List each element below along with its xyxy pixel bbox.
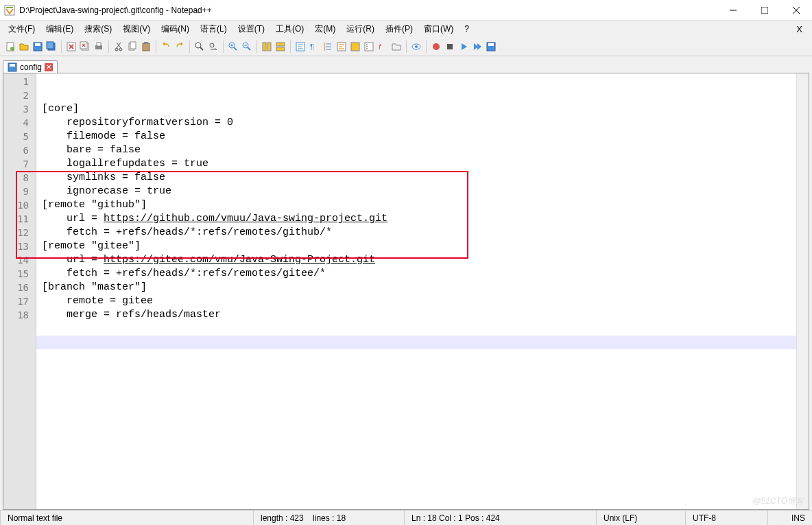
menu-settings[interactable]: 设置(T): [232, 22, 270, 36]
code-line[interactable]: url = https://gitee.com/vmu/Java-Swing-P…: [36, 253, 796, 267]
code-line[interactable]: ignorecase = true: [36, 185, 796, 198]
line-number: 16: [3, 281, 36, 294]
save-all-icon[interactable]: [45, 40, 58, 53]
code-line[interactable]: [36, 336, 796, 349]
stop-macro-icon[interactable]: [444, 40, 456, 53]
menu-macro[interactable]: 宏(M): [309, 22, 341, 36]
record-macro-icon[interactable]: [430, 40, 442, 53]
save-macro-icon[interactable]: [485, 40, 497, 53]
svg-text:f: f: [379, 43, 381, 51]
svg-rect-41: [276, 47, 285, 51]
line-number: 15: [3, 267, 36, 281]
svg-rect-19: [97, 43, 101, 46]
svg-rect-26: [143, 43, 150, 51]
menu-file[interactable]: 文件(F): [3, 22, 40, 36]
paste-icon[interactable]: [140, 40, 152, 53]
zoom-out-icon[interactable]: [241, 40, 253, 53]
wordwrap-icon[interactable]: [294, 40, 307, 53]
code-line[interactable]: [remote "github"]: [36, 198, 796, 212]
menu-close-x[interactable]: X: [789, 23, 809, 36]
code-line[interactable]: remote = gitee: [36, 294, 796, 308]
code-line[interactable]: url = https://github.com/vmuu/Java-swing…: [36, 212, 796, 226]
line-number: 10: [3, 198, 36, 212]
minimize-button[interactable]: [717, 0, 749, 20]
status-encoding[interactable]: UTF-8: [686, 511, 768, 525]
status-bar: Normal text file length : 423 lines : 18…: [0, 510, 812, 525]
svg-rect-8: [35, 43, 40, 46]
code-line[interactable]: logallrefupdates = true: [36, 157, 796, 171]
svg-line-29: [200, 47, 203, 50]
menu-encoding[interactable]: 编码(N): [156, 22, 195, 36]
code-line[interactable]: fetch = +refs/heads/*:refs/remotes/gitee…: [36, 267, 796, 281]
menu-help[interactable]: ?: [459, 23, 475, 35]
menu-edit[interactable]: 编辑(E): [40, 22, 79, 36]
code-line[interactable]: [remote "gitee"]: [36, 240, 796, 253]
code-line[interactable]: repositoryformatversion = 0: [36, 116, 796, 130]
menu-window[interactable]: 窗口(W): [418, 22, 459, 36]
code-line[interactable]: merge = refs/heads/master: [36, 308, 796, 322]
save-icon[interactable]: [32, 40, 44, 53]
menu-search[interactable]: 搜索(S): [79, 22, 117, 36]
code-line[interactable]: bare = false: [36, 143, 796, 157]
play-macro-icon[interactable]: [457, 40, 470, 53]
code-line[interactable]: fetch = +refs/heads/*:refs/remotes/githu…: [36, 226, 796, 240]
vertical-scrollbar[interactable]: [796, 73, 809, 509]
indent-guide-icon[interactable]: [322, 40, 334, 53]
sync-v-icon[interactable]: [261, 40, 273, 53]
svg-rect-39: [267, 43, 271, 51]
code-area[interactable]: [core] repositoryformatversion = 0 filem…: [36, 73, 796, 509]
cut-icon[interactable]: [112, 40, 125, 53]
line-number: 4: [3, 116, 36, 130]
open-file-icon[interactable]: [18, 40, 30, 53]
doc-map-icon[interactable]: [349, 40, 361, 53]
sync-h-icon[interactable]: [274, 40, 287, 53]
status-position: Ln : 18 Col : 1 Pos : 424: [405, 511, 597, 525]
menu-run[interactable]: 运行(R): [341, 22, 380, 36]
folder-as-workspace-icon[interactable]: [390, 40, 403, 53]
menu-view[interactable]: 视图(V): [117, 22, 156, 36]
menu-language[interactable]: 语言(L): [195, 22, 232, 36]
status-filetype: Normal text file: [0, 511, 254, 525]
tab-config[interactable]: config ✕: [3, 60, 58, 73]
svg-rect-25: [130, 42, 136, 49]
show-all-chars-icon[interactable]: ¶: [308, 40, 320, 53]
svg-point-50: [366, 48, 368, 49]
line-number: 1: [3, 75, 36, 89]
close-button[interactable]: [780, 0, 812, 20]
svg-rect-55: [447, 44, 453, 49]
copy-icon[interactable]: [126, 40, 139, 53]
status-mode[interactable]: INS: [768, 511, 812, 525]
doc-list-icon[interactable]: [363, 40, 375, 53]
play-multi-icon[interactable]: [471, 40, 483, 53]
close-all-icon[interactable]: [79, 40, 91, 53]
replace-icon[interactable]: [207, 40, 219, 53]
status-eol[interactable]: Unix (LF): [597, 511, 686, 525]
menu-tools[interactable]: 工具(O): [270, 22, 309, 36]
maximize-button[interactable]: [749, 0, 780, 20]
close-file-icon[interactable]: [65, 40, 77, 53]
line-number-gutter: 123456789101112131415161718: [3, 73, 36, 509]
new-file-icon[interactable]: [4, 40, 16, 53]
zoom-in-icon[interactable]: [227, 40, 239, 53]
redo-icon[interactable]: [174, 40, 186, 53]
svg-rect-40: [276, 43, 285, 46]
code-line[interactable]: [branch "master"]: [36, 281, 796, 294]
code-line[interactable]: [36, 322, 796, 336]
line-number: 5: [3, 130, 36, 143]
undo-icon[interactable]: [160, 40, 172, 53]
tab-close-icon[interactable]: ✕: [45, 63, 53, 71]
line-number: 12: [3, 226, 36, 240]
find-icon[interactable]: [193, 40, 206, 53]
code-line[interactable]: symlinks = false: [36, 171, 796, 185]
monitoring-icon[interactable]: [410, 40, 422, 53]
menu-plugins[interactable]: 插件(P): [380, 22, 418, 36]
svg-point-53: [415, 45, 418, 48]
function-list-icon[interactable]: f: [377, 40, 389, 53]
tab-bar: config ✕: [0, 56, 812, 73]
code-line[interactable]: filemode = false: [36, 130, 796, 143]
udl-icon[interactable]: [335, 40, 348, 53]
title-bar: D:\Project\Java-swing-project\.git\confi…: [0, 0, 812, 21]
toolbar: ¶ f: [0, 37, 812, 56]
code-line[interactable]: [core]: [36, 102, 796, 116]
print-icon[interactable]: [93, 40, 105, 53]
